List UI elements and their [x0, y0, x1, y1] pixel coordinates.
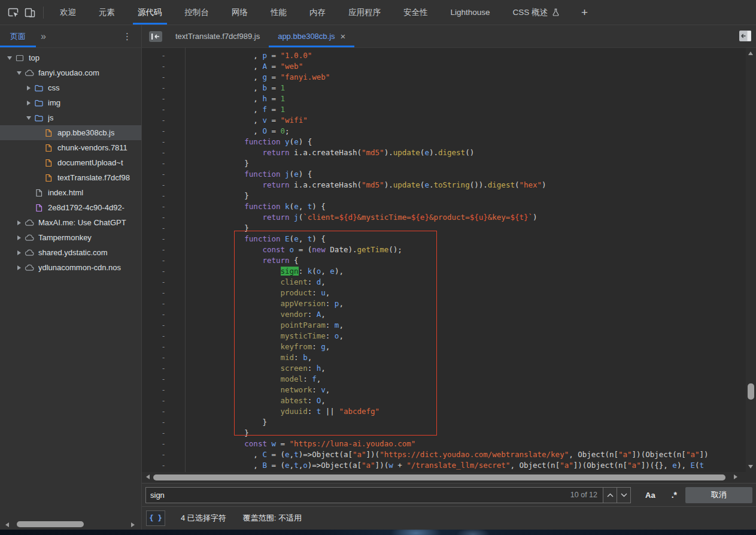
match-case-button[interactable]: Aa: [645, 491, 655, 500]
code-line[interactable]: , I = (e,t)=>Object(a["a"])("https://dic…: [142, 471, 756, 472]
panel-tab[interactable]: 源代码: [126, 0, 174, 25]
tree-item[interactable]: documentUpload~t: [0, 155, 141, 170]
file-script-icon: [44, 158, 53, 168]
frame-icon: [15, 53, 25, 63]
selection-info: 4 已选择字符: [181, 513, 226, 524]
panel-tab[interactable]: 控制台: [174, 0, 221, 25]
cancel-button[interactable]: 取消: [685, 487, 752, 503]
panel-tab[interactable]: 网络: [220, 0, 259, 25]
inspect-element-icon[interactable]: [5, 4, 22, 21]
code-line[interactable]: , C = (e,t)=>Object(a["a"])("https://dic…: [142, 449, 756, 460]
scroll-right-icon[interactable]: [131, 522, 135, 527]
tree-item[interactable]: shared.ydstatic.com: [0, 245, 141, 260]
tree-item[interactable]: index.html: [0, 185, 141, 200]
panel-tab[interactable]: Lighthouse: [439, 0, 502, 25]
scroll-left-icon[interactable]: [146, 474, 150, 479]
tree-expand-icon[interactable]: [24, 116, 33, 120]
panel-tab[interactable]: 安全性: [392, 0, 439, 25]
code-line[interactable]: return j(`client=${d}&mysticTime=${e}&pr…: [142, 212, 756, 223]
file-tabbar: textTranslate.f7dcf989.jsapp.bbe308cb.js…: [142, 25, 756, 47]
tab-page[interactable]: 页面: [0, 25, 36, 47]
overflow-tabs-icon[interactable]: »: [36, 25, 50, 47]
code-line[interactable]: , b = 1: [142, 83, 756, 93]
tree-item[interactable]: chunk-vendors.7811: [0, 140, 141, 155]
plus-icon: +: [581, 6, 588, 19]
navigator-sidebar: topfanyi.youdao.comcssimgjsapp.bbe308cb.…: [0, 48, 142, 530]
tree-item[interactable]: css: [0, 80, 141, 95]
editor-horizontal-scrollbar[interactable]: [142, 472, 756, 483]
code-line[interactable]: }: [142, 191, 756, 201]
previous-match-button[interactable]: [603, 487, 617, 503]
tree-item[interactable]: img: [0, 95, 141, 110]
folder-icon: [34, 113, 44, 123]
scroll-down-icon[interactable]: [748, 465, 753, 468]
panel-tab-label: 源代码: [138, 7, 162, 18]
panel-tab[interactable]: 性能: [259, 0, 298, 25]
file-tab[interactable]: app.bbe308cb.js×: [269, 25, 354, 47]
scroll-left-icon[interactable]: [5, 522, 9, 527]
tree-item[interactable]: top: [0, 50, 141, 65]
tree-expand-icon[interactable]: [14, 220, 23, 225]
tree-expand-icon[interactable]: [24, 101, 33, 105]
tree-item-label: app.bbe308cb.js: [57, 128, 114, 137]
cloud-icon: [25, 248, 34, 258]
code-editor[interactable]: ----------------------------------------…: [142, 48, 756, 472]
tree-expand-icon[interactable]: [5, 56, 14, 60]
sidebar-horizontal-scrollbar[interactable]: [0, 520, 141, 528]
code-line[interactable]: , v = "wifi": [142, 115, 756, 126]
scrollbar-thumb[interactable]: [748, 383, 754, 400]
next-match-button[interactable]: [617, 487, 631, 503]
panel-tab[interactable]: CSS 概述: [502, 0, 572, 25]
tree-expand-icon[interactable]: [14, 265, 23, 270]
tree-item[interactable]: app.bbe308cb.js: [0, 125, 141, 140]
more-panels-button[interactable]: +: [571, 0, 598, 25]
tree-item[interactable]: fanyi.youdao.com: [0, 65, 141, 80]
panel-tab[interactable]: 欢迎: [48, 0, 87, 25]
tree-item[interactable]: textTranslate.f7dcf98: [0, 170, 141, 185]
code-line[interactable]: function y(e) {: [142, 137, 756, 147]
subheader-row: 页面 » ⋮ textTranslate.f7dcf989.jsapp.bbe3…: [0, 25, 756, 48]
code-line[interactable]: , p = "1.0.0": [142, 50, 756, 61]
code-line[interactable]: return i.a.createHash("md5").update(e).d…: [142, 147, 756, 158]
toggle-navigator-icon[interactable]: [148, 25, 163, 47]
webpage-strip: [0, 530, 756, 535]
tree-item[interactable]: MaxAI.me: Use ChatGPT: [0, 215, 141, 230]
scroll-up-icon[interactable]: [748, 52, 753, 55]
scrollbar-thumb[interactable]: [153, 474, 725, 480]
toggle-debugger-sidebar-icon[interactable]: [739, 30, 752, 44]
file-tab[interactable]: textTranslate.f7dcf989.js: [166, 25, 269, 47]
close-icon[interactable]: ×: [341, 31, 346, 41]
regex-button[interactable]: .*: [672, 490, 677, 500]
device-toolbar-icon[interactable]: [22, 4, 38, 21]
code-line[interactable]: function k(e, t) {: [142, 201, 756, 212]
code-line[interactable]: , g = "fanyi.web": [142, 72, 756, 83]
tree-item[interactable]: 2e8d1792-4c90-4d92-: [0, 200, 141, 215]
code-line[interactable]: , B = (e,t,o)=>Object(a["a"])(w + "/tran…: [142, 460, 756, 471]
folder-icon: [34, 98, 44, 108]
tree-item[interactable]: js: [0, 110, 141, 125]
tree-expand-icon[interactable]: [14, 71, 23, 75]
tree-item[interactable]: Tampermonkey: [0, 230, 141, 245]
scrollbar-thumb[interactable]: [17, 521, 84, 527]
more-options-icon[interactable]: ⋮: [113, 25, 141, 47]
code-line[interactable]: function j(e) {: [142, 169, 756, 180]
code-line[interactable]: , O = 0;: [142, 126, 756, 137]
panel-tabs: 欢迎元素源代码控制台网络性能内存应用程序安全性LighthouseCSS 概述: [48, 0, 571, 25]
code-line[interactable]: return i.a.createHash("md5").update(e.to…: [142, 180, 756, 191]
tree-item[interactable]: ydlunacommon-cdn.nos: [0, 260, 141, 275]
code-line[interactable]: , A = "web": [142, 61, 756, 72]
code-line[interactable]: const w = "https://luna-ai.youdao.com": [142, 439, 756, 449]
panel-tab[interactable]: 内存: [298, 0, 337, 25]
tree-expand-icon[interactable]: [14, 235, 23, 240]
code-line[interactable]: , f = 1: [142, 104, 756, 115]
code-line[interactable]: , h = 1: [142, 93, 756, 104]
tree-expand-icon[interactable]: [14, 250, 23, 255]
panel-tab[interactable]: 元素: [87, 0, 126, 25]
vertical-scrollbar[interactable]: [746, 48, 756, 472]
scroll-right-icon[interactable]: [734, 474, 737, 479]
code-line[interactable]: }: [142, 158, 756, 169]
tree-expand-icon[interactable]: [24, 86, 33, 90]
panel-tab[interactable]: 应用程序: [337, 0, 392, 25]
pretty-print-button[interactable]: { }: [146, 510, 165, 526]
search-input[interactable]: sign 10 of 12: [145, 487, 603, 503]
